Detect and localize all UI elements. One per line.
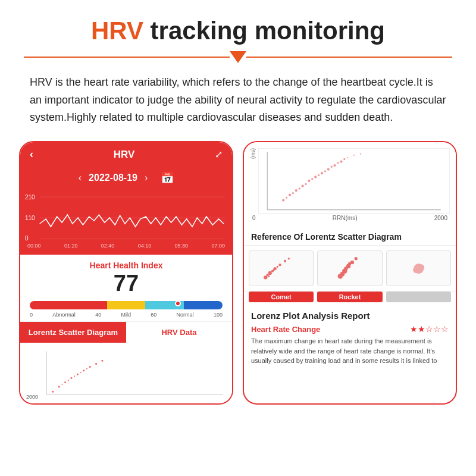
scatter-example-comet [249, 250, 314, 286]
progress-bar [30, 301, 223, 309]
report-sub-header: Heart Rate Change ★★☆☆☆ [251, 324, 449, 334]
svg-point-30 [340, 161, 342, 163]
third-scatter-svg [387, 251, 450, 286]
health-value: 77 [30, 271, 223, 296]
svg-point-7 [64, 381, 66, 383]
x-axis-label: RRN(ms) [333, 215, 358, 221]
chart-y-labels: 210 110 0 [25, 194, 35, 242]
progress-scale: 0 Abnormal 40 Mild 60 Normal 100 [30, 312, 223, 318]
title-rest: tracking monitoring [143, 17, 385, 45]
svg-point-10 [83, 369, 84, 371]
svg-point-52 [277, 266, 278, 268]
svg-point-15 [68, 380, 69, 381]
description-text: HRV is the heart rate variability, which… [0, 74, 476, 127]
label-rocket[interactable]: Rocket [317, 292, 382, 302]
svg-point-62 [348, 262, 351, 265]
bottom-scatter-chart: 2000 [20, 343, 232, 403]
svg-point-12 [95, 363, 97, 365]
svg-point-31 [286, 197, 287, 199]
svg-point-18 [86, 368, 87, 369]
divider [0, 51, 476, 63]
svg-point-33 [299, 187, 300, 189]
svg-point-38 [331, 166, 333, 168]
scatter-mini-svg [40, 346, 226, 400]
svg-point-24 [301, 185, 303, 187]
svg-point-63 [342, 274, 345, 276]
back-icon[interactable]: ‹ [30, 148, 33, 161]
svg-point-47 [278, 264, 281, 266]
bottom-y-label: 2000 [26, 394, 38, 400]
svg-point-44 [264, 275, 267, 279]
svg-point-9 [77, 373, 79, 375]
svg-point-27 [321, 172, 323, 174]
comet-svg [249, 251, 313, 286]
date-value: 2022-08-19 [89, 173, 137, 183]
phone-tabs: Lorentz Scatter Diagram HRV Data [20, 321, 232, 343]
svg-point-48 [284, 260, 286, 262]
svg-point-6 [58, 386, 60, 387]
svg-point-59 [355, 257, 358, 260]
scatter-main: (ms) [244, 142, 456, 228]
date-prev-icon[interactable]: ‹ [79, 173, 82, 183]
svg-point-21 [282, 199, 284, 201]
svg-point-53 [268, 275, 270, 277]
svg-point-43 [360, 154, 361, 155]
svg-point-25 [308, 180, 310, 182]
reference-title: Reference Of Lorentz Scatter Diagram [244, 228, 456, 246]
svg-point-5 [52, 390, 54, 392]
share-icon[interactable]: ⤢ [215, 149, 223, 160]
page-title: HRV tracking monitoring [24, 17, 452, 45]
calendar-icon[interactable]: 📅 [161, 171, 174, 184]
label-third [386, 292, 451, 302]
divider-line-right [246, 57, 452, 58]
svg-point-17 [80, 372, 82, 373]
scatter-example-third [386, 250, 451, 286]
x-end: 2000 [434, 215, 447, 221]
date-row: ‹ 2022-08-19 › 📅 [20, 167, 232, 189]
y-axis-label: (ms) [250, 148, 256, 159]
divider-line-left [24, 57, 230, 58]
date-next-icon[interactable]: › [145, 173, 148, 183]
right-phone: (ms) [243, 141, 457, 405]
svg-point-67 [418, 264, 424, 271]
health-section: Heart Health Index 77 0 Abnormal 40 [20, 255, 232, 321]
svg-point-23 [295, 189, 298, 192]
hrv-chart: 210 110 0 00:00 01:20 02:40 04:10 [20, 189, 232, 255]
chart-x-labels: 00:00 01:20 02:40 04:10 05:30 07:00 [27, 242, 225, 249]
pb-red [30, 301, 107, 309]
svg-point-54 [273, 269, 274, 271]
scatter-example-rocket [317, 250, 382, 286]
svg-point-49 [288, 258, 290, 259]
scatter-main-svg [258, 148, 450, 214]
svg-point-13 [101, 360, 103, 362]
svg-point-28 [327, 168, 330, 170]
left-phone: ‹ HRV ⤢ ‹ 2022-08-19 › 📅 210 110 0 [19, 141, 233, 405]
svg-point-32 [292, 192, 294, 194]
hrv-label: HRV [91, 17, 143, 45]
tab-hrv-data[interactable]: HRV Data [126, 322, 232, 343]
report-title: Lorenz Plot Analysis Report [251, 311, 449, 321]
progress-marker [175, 301, 181, 309]
progress-bar-bg [30, 301, 223, 309]
svg-point-26 [314, 176, 317, 178]
svg-point-29 [333, 164, 336, 167]
x-start: 0 [252, 215, 256, 221]
svg-point-41 [347, 157, 348, 158]
stars: ★★☆☆☆ [410, 324, 449, 334]
pb-blue [184, 301, 223, 309]
svg-point-34 [305, 183, 306, 185]
tab-lorentz[interactable]: Lorentz Scatter Diagram [20, 322, 126, 343]
report-section: Lorenz Plot Analysis Report Heart Rate C… [244, 306, 456, 371]
scatter-example-labels: Comet Rocket [244, 292, 456, 306]
svg-point-37 [324, 170, 326, 172]
phone-header-left: ‹ HRV ⤢ [20, 142, 232, 167]
page-header: HRV tracking monitoring [0, 0, 476, 51]
label-comet[interactable]: Comet [249, 292, 314, 302]
svg-point-11 [89, 366, 91, 368]
svg-point-45 [268, 271, 272, 275]
progress-pin [175, 301, 181, 306]
svg-point-35 [311, 178, 313, 180]
report-sub-title: Heart Rate Change [251, 325, 320, 334]
report-text: The maximum change in heart rate during … [251, 336, 449, 366]
divider-arrow [230, 51, 246, 63]
